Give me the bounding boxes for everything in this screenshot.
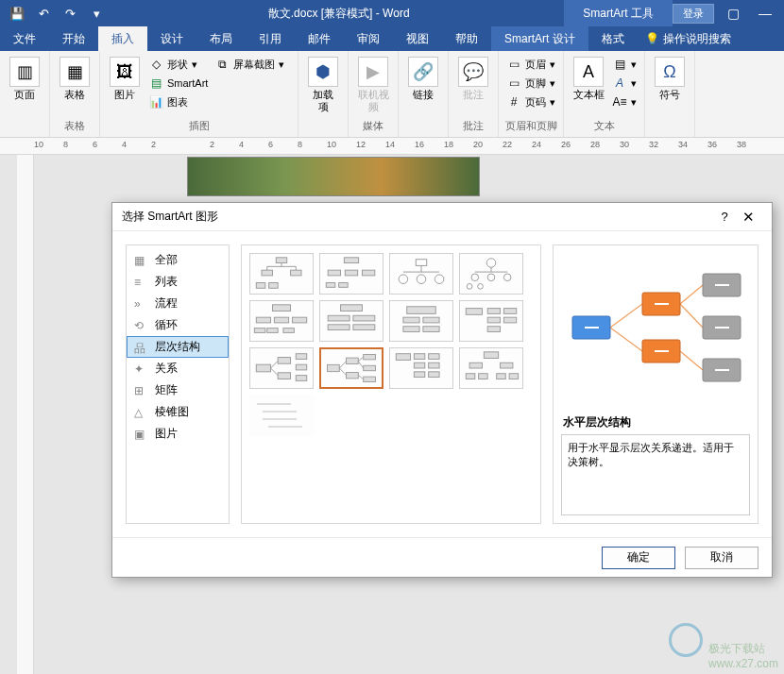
sidebar-item-pyramid[interactable]: △棱锥图	[127, 401, 229, 423]
save-icon[interactable]: 💾	[6, 2, 28, 25]
qat-customize-icon[interactable]: ▾	[85, 2, 108, 25]
group-text-label: 文本	[570, 119, 639, 135]
svg-point-26	[503, 274, 511, 281]
redo-icon[interactable]: ↷	[59, 2, 81, 25]
vertical-ruler[interactable]	[17, 155, 34, 674]
cancel-button[interactable]: 取消	[685, 547, 758, 569]
group-illustrations-label: 插图	[106, 119, 292, 135]
svg-rect-74	[414, 362, 424, 368]
sidebar-item-cycle[interactable]: ⟲循环	[127, 314, 229, 336]
smartart-button[interactable]: ▤SmartArt	[146, 75, 210, 92]
shapes-icon: ◇	[148, 57, 163, 72]
ruler-tick: 36	[707, 140, 717, 149]
svg-rect-30	[256, 317, 270, 323]
tell-me-search[interactable]: 💡 操作说明搜索	[638, 26, 739, 51]
smartart-icon: ▤	[148, 76, 163, 91]
sidebar-item-relationship[interactable]: ✦关系	[127, 358, 229, 379]
ribbon-display-options-icon[interactable]: ▢	[720, 2, 746, 25]
textbox-button[interactable]: A 文本框	[570, 53, 607, 101]
screenshot-button[interactable]: ⧉屏幕截图▾	[213, 56, 286, 73]
symbol-button[interactable]: Ω 符号	[651, 53, 689, 101]
svg-point-19	[417, 275, 426, 284]
dialog-help-button[interactable]: ?	[715, 210, 734, 224]
svg-rect-49	[487, 317, 500, 323]
login-button[interactable]: 登录	[673, 4, 714, 24]
dialog-close-button[interactable]: ✕	[734, 209, 762, 226]
preview-title: 水平层次结构	[554, 409, 758, 434]
drop-cap-button[interactable]: A≡▾	[610, 93, 639, 110]
tab-design[interactable]: 设计	[147, 26, 196, 51]
sidebar-item-matrix[interactable]: ⊞矩阵	[127, 379, 229, 401]
tab-help[interactable]: 帮助	[442, 26, 491, 51]
svg-rect-38	[353, 315, 375, 321]
tab-home[interactable]: 开始	[49, 26, 98, 51]
svg-rect-3	[256, 283, 265, 289]
page-number-button[interactable]: #页码▾	[504, 93, 557, 110]
layout-thumb[interactable]	[249, 347, 314, 389]
sidebar-item-list[interactable]: ≡列表	[127, 271, 229, 293]
undo-icon[interactable]: ↶	[32, 2, 55, 25]
links-button[interactable]: 🔗 链接	[404, 53, 442, 101]
group-links: 🔗 链接	[399, 51, 449, 137]
svg-line-90	[610, 328, 642, 351]
tab-smartart-design[interactable]: SmartArt 设计	[491, 26, 588, 51]
header-button[interactable]: ▭页眉▾	[504, 56, 557, 73]
tab-format[interactable]: 格式	[588, 26, 638, 51]
svg-line-68	[358, 357, 363, 362]
page-icon: ▥	[9, 57, 40, 87]
sidebar-item-process[interactable]: »流程	[127, 293, 229, 314]
textbox-icon: A	[573, 57, 604, 87]
svg-rect-53	[278, 358, 290, 364]
tab-mailings[interactable]: 邮件	[295, 26, 344, 51]
tab-file[interactable]: 文件	[0, 26, 49, 51]
dialog-titlebar[interactable]: 选择 SmartArt 图形 ? ✕	[112, 203, 772, 231]
tab-insert[interactable]: 插入	[98, 26, 147, 51]
ok-button[interactable]: 确定	[602, 547, 675, 569]
svg-rect-36	[341, 305, 363, 312]
layout-thumb[interactable]	[319, 253, 383, 295]
svg-rect-75	[429, 362, 439, 368]
tab-references[interactable]: 引用	[246, 26, 295, 51]
layout-thumb[interactable]	[459, 253, 523, 295]
layout-thumb[interactable]	[249, 253, 314, 295]
cover-page-button[interactable]: ▥ 页面	[6, 53, 43, 101]
footer-button[interactable]: ▭页脚▾	[504, 75, 557, 92]
sidebar-item-all[interactable]: ▦全部	[127, 249, 229, 271]
layout-thumb[interactable]	[389, 300, 453, 342]
pictures-button[interactable]: 🖼 图片	[106, 53, 144, 101]
svg-point-18	[399, 275, 408, 284]
quick-parts-button[interactable]: ▤▾	[610, 56, 639, 73]
wordart-button[interactable]: A▾	[610, 75, 639, 92]
layout-thumb[interactable]	[319, 300, 383, 342]
svg-rect-48	[503, 309, 516, 314]
header-icon: ▭	[506, 57, 521, 72]
ruler-tick: 22	[503, 140, 512, 149]
layout-thumb-selected[interactable]	[319, 347, 383, 389]
ruler-tick: 26	[561, 140, 571, 149]
sidebar-item-hierarchy[interactable]: 品层次结构	[127, 336, 229, 358]
layout-thumb[interactable]	[249, 300, 314, 342]
addins-button[interactable]: ⬢ 加载 项	[304, 53, 342, 113]
horizontal-ruler[interactable]: 1086422468101214161820222426283032343638	[0, 138, 784, 155]
chart-button[interactable]: 📊图表	[146, 93, 210, 110]
sidebar-item-picture[interactable]: ▣图片	[127, 423, 229, 445]
tab-review[interactable]: 审阅	[344, 26, 393, 51]
symbol-icon: Ω	[655, 57, 685, 87]
minimize-icon[interactable]: —	[752, 2, 778, 25]
layout-thumb[interactable]	[389, 347, 453, 389]
layout-thumb[interactable]	[389, 253, 453, 295]
svg-rect-76	[414, 372, 424, 378]
svg-rect-47	[487, 309, 500, 314]
svg-rect-29	[272, 305, 290, 312]
ribbon-tabs: 文件 开始 插入 设计 布局 引用 邮件 审阅 视图 帮助 SmartArt 设…	[0, 26, 784, 51]
relationship-icon: ✦	[134, 362, 149, 376]
layout-thumb[interactable]	[459, 347, 523, 389]
shapes-button[interactable]: ◇形状▾	[146, 56, 210, 73]
tab-layout[interactable]: 布局	[196, 26, 246, 51]
tab-view[interactable]: 视图	[393, 26, 442, 51]
layout-thumb[interactable]	[459, 300, 523, 342]
layout-thumb[interactable]	[249, 395, 314, 436]
group-comments-label: 批注	[454, 119, 492, 135]
parts-icon: ▤	[612, 57, 627, 72]
table-button[interactable]: ▦ 表格	[56, 53, 94, 101]
